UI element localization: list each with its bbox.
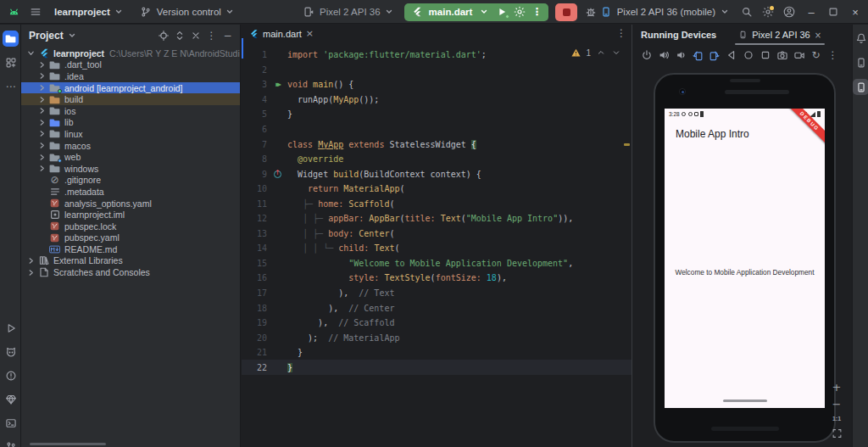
tree-item[interactable]: ios xyxy=(21,105,240,117)
emulator-phone[interactable]: 3:28 DEBUG Mobile App Intro Welcome to M… xyxy=(654,73,836,443)
hide-panel[interactable]: − xyxy=(220,28,235,42)
code-line[interactable]: 12 │ ├─ appBar: AppBar(title: Text("Mobi… xyxy=(242,211,632,226)
locate-opened-file[interactable] xyxy=(156,28,170,42)
horizontal-scrollbar[interactable] xyxy=(30,443,106,445)
gutter[interactable] xyxy=(267,196,287,211)
overview-button[interactable] xyxy=(758,48,772,63)
zoom-reset-button[interactable]: 1:1 xyxy=(832,416,841,422)
tree-item[interactable]: macos xyxy=(21,140,240,152)
run-settings-icon[interactable] xyxy=(514,6,526,18)
gutter[interactable] xyxy=(267,92,287,108)
line-number[interactable]: 9 xyxy=(242,170,267,179)
code-line[interactable]: 15 "Welcome to Mobile Application Develo… xyxy=(242,256,632,271)
gesture-bar[interactable] xyxy=(723,400,767,402)
next-warning-icon[interactable] xyxy=(611,47,621,58)
code-line[interactable]: 5} xyxy=(242,107,632,122)
phone-screen[interactable]: 3:28 DEBUG Mobile App Intro Welcome to M… xyxy=(665,109,825,408)
gutter[interactable] xyxy=(267,330,287,345)
override-gutter-icon[interactable] xyxy=(267,166,287,182)
tree-item[interactable]: ⊘.gitignore xyxy=(21,175,240,187)
chevron-icon[interactable] xyxy=(26,48,36,58)
restart-button[interactable]: ↻ xyxy=(809,48,823,63)
chevron-icon[interactable] xyxy=(37,129,47,138)
back-button[interactable] xyxy=(724,48,738,63)
tree-item[interactable]: .dart_tool xyxy=(21,59,240,71)
problems-tool-window[interactable] xyxy=(3,367,19,383)
line-number[interactable]: 21 xyxy=(242,348,267,357)
code-line[interactable]: 20 ); // MaterialApp xyxy=(242,330,632,345)
line-number[interactable]: 20 xyxy=(242,333,267,343)
maximize-button[interactable] xyxy=(826,5,840,19)
chevron-icon[interactable] xyxy=(26,268,36,277)
gutter[interactable] xyxy=(267,226,287,242)
gutter[interactable] xyxy=(267,271,287,286)
tree-item[interactable]: windows xyxy=(21,163,240,175)
device-selector[interactable]: Pixel 2 API 36 xyxy=(298,3,398,20)
tree-item[interactable]: README.md xyxy=(21,243,240,255)
run-config-label[interactable]: main.dart xyxy=(429,7,473,17)
account-icon[interactable] xyxy=(782,5,796,19)
code-line[interactable]: 3▶▶void main() { xyxy=(242,77,632,92)
tree-item[interactable]: Scratches and Consoles xyxy=(21,266,240,278)
logcat-tool-window[interactable] xyxy=(3,344,19,360)
line-number[interactable]: 10 xyxy=(242,184,267,193)
gutter[interactable] xyxy=(267,345,287,360)
tree-item[interactable]: linux xyxy=(21,128,240,140)
running-devices-tool-window[interactable] xyxy=(853,79,868,95)
code-line[interactable]: 21 } xyxy=(242,345,632,360)
code-line[interactable]: 9 Widget build(BuildContext context) { xyxy=(242,166,632,182)
chevron-icon[interactable] xyxy=(37,106,47,115)
inspections-widget[interactable]: 1 xyxy=(570,47,621,58)
tree-item[interactable]: .metadata xyxy=(21,186,240,198)
run-tool-window[interactable] xyxy=(3,320,19,336)
tab-main-dart[interactable]: main.dart × xyxy=(242,25,321,43)
code-line[interactable]: 2 xyxy=(242,63,632,78)
code-line[interactable]: 22} xyxy=(242,360,632,375)
more-tool-windows[interactable]: ⋯ xyxy=(3,78,19,94)
tree-item[interactable]: web xyxy=(21,151,240,163)
chevron-icon[interactable] xyxy=(37,83,47,92)
code-line[interactable]: 17 ), // Text xyxy=(242,286,632,301)
screen-record-button[interactable] xyxy=(792,48,806,63)
gutter[interactable] xyxy=(267,360,287,375)
fit-screen-button[interactable] xyxy=(832,427,843,439)
line-number[interactable]: 12 xyxy=(242,214,267,223)
chevron-icon[interactable] xyxy=(37,141,47,150)
chevron-down-icon[interactable] xyxy=(68,31,77,40)
run-button[interactable] xyxy=(496,6,508,18)
tree-item[interactable]: lib xyxy=(21,117,240,129)
code-line[interactable]: 4 runApp(MyApp()); xyxy=(242,92,632,108)
line-number[interactable]: 11 xyxy=(242,199,267,209)
line-number[interactable]: 7 xyxy=(242,140,267,149)
rotate-right-button[interactable] xyxy=(707,48,721,63)
gutter[interactable] xyxy=(267,211,287,226)
mirror-device-selector[interactable]: Pixel 2 API 36 (mobile) xyxy=(596,3,732,20)
minimize-button[interactable]: – xyxy=(804,4,819,20)
notifications-tool-window[interactable] xyxy=(853,30,868,46)
code-line[interactable]: 8 @override xyxy=(242,152,632,167)
dart-analysis-tool-window[interactable] xyxy=(3,391,19,407)
tree-item[interactable]: pubspec.lock xyxy=(21,221,240,232)
line-number[interactable]: 19 xyxy=(242,318,267,327)
gutter[interactable] xyxy=(267,300,287,316)
scrollbar-warning-mark[interactable] xyxy=(624,143,630,146)
project-tool-window[interactable] xyxy=(3,31,19,47)
zoom-in-button[interactable]: + xyxy=(832,382,842,393)
code-line[interactable]: 19 ), // Scaffold xyxy=(242,316,632,331)
gutter[interactable] xyxy=(267,137,287,152)
vcs-widget[interactable]: Version control xyxy=(136,3,238,20)
gutter[interactable] xyxy=(267,63,287,78)
settings-icon[interactable] xyxy=(761,5,775,19)
rotate-left-button[interactable] xyxy=(690,48,704,63)
tree-item[interactable]: pubspec.yaml xyxy=(21,232,240,244)
volume-up-button[interactable] xyxy=(656,48,670,63)
gutter[interactable] xyxy=(267,256,287,271)
gutter[interactable] xyxy=(267,122,287,137)
close-tab-icon[interactable]: × xyxy=(306,28,314,39)
chevron-icon[interactable] xyxy=(37,118,47,127)
chevron-icon[interactable] xyxy=(37,153,47,162)
code-line[interactable]: 6 xyxy=(242,122,632,137)
code-line[interactable]: 11 ├─ home: Scaffold( xyxy=(242,196,632,211)
line-number[interactable]: 13 xyxy=(242,229,267,238)
code-line[interactable]: 13 │ ├─ body: Center( xyxy=(242,226,632,242)
